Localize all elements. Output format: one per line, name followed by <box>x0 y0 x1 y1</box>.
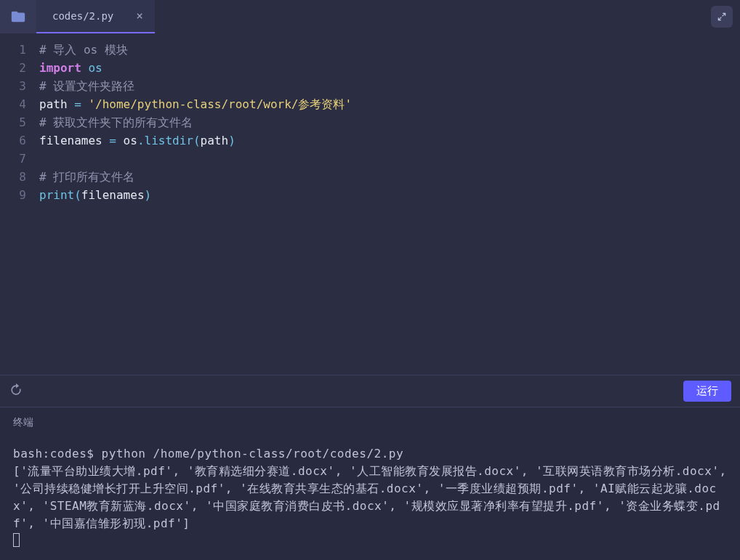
file-explorer-button[interactable] <box>0 0 36 33</box>
line-number: 2 <box>0 59 26 77</box>
editor-tab[interactable]: codes/2.py × <box>36 0 155 33</box>
code-line: # 获取文件夹下的所有文件名 <box>39 113 740 131</box>
terminal-command: python /home/python-class/root/codes/2.p… <box>102 447 403 460</box>
line-number: 9 <box>0 186 26 204</box>
terminal-prompt: bash:codes$ <box>13 447 102 460</box>
code-line: path = '/home/python-class/root/work/参考资… <box>39 95 740 113</box>
code-line: import os <box>39 59 740 77</box>
line-number: 3 <box>0 77 26 95</box>
line-number: 1 <box>0 41 26 59</box>
code-line: # 导入 os 模块 <box>39 41 740 59</box>
line-number: 8 <box>0 168 26 186</box>
tab-filename: codes/2.py <box>52 10 113 22</box>
code-editor[interactable]: 1 2 3 4 5 6 7 8 9 # 导入 os 模块import os# 设… <box>0 33 740 375</box>
line-number: 6 <box>0 131 26 150</box>
terminal-title: 终端 <box>13 416 727 429</box>
code-line <box>39 150 740 168</box>
code-line: # 设置文件夹路径 <box>39 77 740 95</box>
line-number: 4 <box>0 95 26 113</box>
line-gutter: 1 2 3 4 5 6 7 8 9 <box>0 41 32 375</box>
code-line: filenames = os.listdir(path) <box>39 131 740 150</box>
line-number: 7 <box>0 150 26 168</box>
fullscreen-button[interactable] <box>711 6 733 28</box>
action-bar: 运行 <box>0 375 740 407</box>
terminal-panel: 终端 bash:codes$ python /home/python-class… <box>0 407 740 560</box>
reset-icon <box>9 383 23 397</box>
terminal-output-text: ['流量平台助业绩大增.pdf', '教育精选细分赛道.docx', '人工智能… <box>13 464 734 530</box>
code-area[interactable]: # 导入 os 模块import os# 设置文件夹路径path = '/hom… <box>32 41 740 375</box>
terminal-cursor <box>13 533 20 547</box>
close-icon[interactable]: × <box>136 10 143 22</box>
reset-button[interactable] <box>9 383 23 400</box>
terminal-output[interactable]: bash:codes$ python /home/python-class/ro… <box>13 445 727 550</box>
run-button[interactable]: 运行 <box>683 381 731 402</box>
line-number: 5 <box>0 113 26 131</box>
folder-icon <box>10 9 26 25</box>
code-line: # 打印所有文件名 <box>39 168 740 186</box>
code-line: print(filenames) <box>39 186 740 204</box>
top-bar: codes/2.py × <box>0 0 740 33</box>
expand-icon <box>717 12 727 22</box>
